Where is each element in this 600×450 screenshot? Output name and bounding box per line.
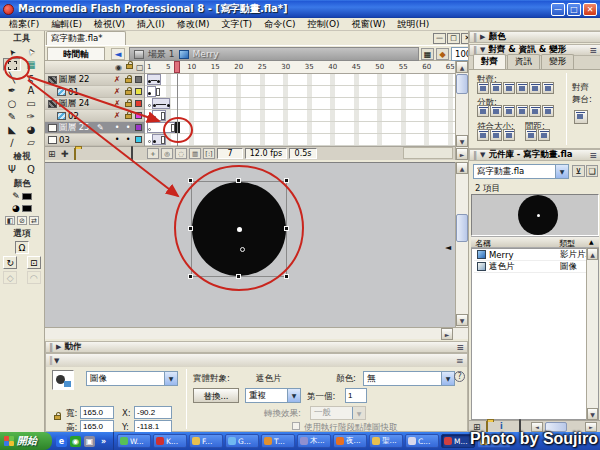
frame-row[interactable] (145, 74, 455, 86)
quick-launch-icon[interactable]: e (56, 436, 67, 447)
taskbar-button[interactable]: F... (189, 434, 223, 448)
layer-lock-toggle[interactable]: • (123, 123, 133, 133)
brush-tool[interactable]: ✑ (22, 110, 40, 123)
timeline-panel-menu-icon[interactable]: ► (456, 148, 468, 160)
frame-row[interactable] (145, 110, 455, 122)
end-frame-marker[interactable] (156, 88, 160, 96)
pen-tool[interactable]: ✒ (3, 84, 21, 97)
onion-skin-button[interactable]: ◎ (161, 148, 173, 159)
start-button[interactable]: 開始 (0, 432, 52, 450)
rotate-skew-option[interactable]: ↻ (3, 256, 17, 269)
swap-colors-button[interactable]: ⇄ (29, 216, 39, 225)
layer-visibility-toggle[interactable]: ✗ (112, 99, 122, 109)
scroll-down-button[interactable]: ▼ (456, 135, 468, 147)
lasso-tool[interactable]: ς (22, 71, 40, 84)
minimize-button[interactable]: — (551, 3, 565, 16)
dropdown-arrow-icon[interactable]: ▼ (555, 165, 568, 178)
outline-column-icon[interactable]: ▢ (136, 63, 144, 72)
empty-keyframe-dot[interactable] (148, 140, 151, 143)
eyedropper-tool[interactable]: ∕ (3, 136, 21, 149)
doc-restore-button[interactable]: □ (447, 33, 460, 44)
edit-symbols-button[interactable]: ◆ (436, 48, 449, 60)
taskbar-button[interactable]: 聖... (369, 434, 403, 448)
transform-handle[interactable] (236, 178, 241, 183)
layer-row[interactable]: 03•• (45, 134, 144, 146)
dropdown-arrow-icon[interactable]: ▼ (287, 389, 300, 402)
keyframe-dot[interactable] (167, 104, 170, 107)
frame-rows[interactable] (145, 74, 455, 146)
scale-option[interactable]: ⊡ (27, 256, 41, 269)
symbol-behavior-select[interactable]: 圖像 ▼ (86, 371, 178, 386)
frame-row[interactable] (145, 122, 455, 134)
fill-color-control[interactable]: ◕ (0, 202, 44, 214)
quick-launch-icon[interactable]: » (98, 436, 109, 447)
menu-item[interactable]: 文字(T) (217, 17, 258, 32)
match-width[interactable] (477, 129, 489, 141)
taskbar-button[interactable]: C... (405, 434, 439, 448)
gradient-transform-tool[interactable]: ▦ (22, 58, 40, 71)
document-tab[interactable]: 寫字動畫.fla* (46, 31, 126, 45)
frame-row[interactable] (145, 134, 455, 146)
scrollbar-thumb[interactable] (456, 214, 468, 242)
loop-select[interactable]: 重複 ▼ (245, 388, 301, 403)
align-center-horizontal[interactable] (490, 82, 502, 94)
menu-item[interactable]: 檔案(F) (4, 17, 44, 32)
keyframe-dot[interactable] (148, 80, 151, 83)
layer-outline-color-swatch[interactable] (135, 100, 142, 107)
center-frame-button[interactable]: + (147, 148, 159, 159)
layer-outline-color-swatch[interactable] (135, 124, 142, 131)
distribute-center-horizontal[interactable] (529, 105, 541, 117)
stage-vertical-scrollbar[interactable]: ▲ ▼ (455, 162, 468, 327)
distribute-right[interactable] (542, 105, 554, 117)
menu-item[interactable]: 檢視(V) (89, 17, 130, 32)
transform-handle[interactable] (188, 178, 193, 183)
expand-arrow-icon[interactable]: ▼ (480, 151, 485, 159)
taskbar-button[interactable]: 木... (297, 434, 331, 448)
pencil-tool[interactable]: ✎ (3, 110, 21, 123)
color-panel-header[interactable]: ‖ ▶ 顏色 (469, 31, 600, 43)
edited-symbol-label[interactable]: Merry (193, 49, 219, 59)
layer-outline-color-swatch[interactable] (135, 88, 142, 95)
layer-lock-toggle[interactable] (123, 99, 133, 109)
lock-aspect-icon[interactable] (54, 412, 61, 421)
stage[interactable] (45, 162, 455, 327)
library-vertical-scrollbar[interactable]: ▲ ▼ (586, 248, 598, 420)
layer-outline-color-swatch[interactable] (135, 112, 142, 119)
width-input[interactable] (80, 406, 114, 419)
end-frame-marker[interactable] (161, 112, 165, 120)
stroke-color-control[interactable]: ✎ (0, 190, 44, 202)
subselection-tool[interactable]: ➤ (22, 45, 40, 58)
transform-handle[interactable] (284, 226, 289, 231)
match-width-and-height[interactable] (503, 129, 515, 141)
layer-row[interactable]: 圖層 25✎•• (45, 122, 144, 134)
scene-label[interactable]: 場景 1 (148, 48, 175, 61)
ink-bottle-tool[interactable]: ◣ (3, 123, 21, 136)
hand-tool[interactable]: Ψ (3, 163, 21, 176)
scrollbar-thumb[interactable] (456, 74, 468, 94)
menu-item[interactable]: 插入(I) (132, 17, 170, 32)
selection-tool[interactable]: ➤ (3, 45, 21, 58)
quick-launch-icon[interactable]: ▣ (84, 436, 95, 447)
show-hide-column-icon[interactable]: ◉ (115, 63, 122, 72)
default-colors-button[interactable]: ◧ (5, 216, 15, 225)
empty-keyframe-dot[interactable] (148, 128, 151, 131)
transform-handle[interactable] (188, 226, 193, 231)
taskbar-button[interactable]: T... (261, 434, 295, 448)
rectangle-tool[interactable]: ▭ (22, 97, 40, 110)
keyframe-dot[interactable] (148, 92, 151, 95)
playhead[interactable] (174, 61, 180, 73)
edit-scene-button[interactable]: ▦ (421, 48, 434, 60)
panel-menu-icon[interactable]: ≡ (456, 356, 464, 366)
scroll-down-button[interactable]: ▼ (456, 314, 468, 326)
sort-order-icon[interactable]: ▲ (589, 238, 594, 245)
menu-item[interactable]: 修改(M) (172, 17, 215, 32)
keyframe-dot[interactable] (153, 140, 156, 143)
library-item-row[interactable]: Merry影片片段 (474, 249, 594, 261)
expand-arrow-icon[interactable]: ▼ (480, 46, 485, 54)
free-transform-tool[interactable] (3, 58, 21, 71)
scroll-up-button[interactable]: ▲ (456, 162, 468, 174)
collapse-arrow-icon[interactable]: ▶ (480, 33, 485, 41)
add-motion-guide-button[interactable]: ✚ (61, 149, 69, 159)
layer-outline-color-swatch[interactable] (135, 76, 142, 83)
scroll-up-button[interactable]: ▲ (587, 248, 598, 260)
